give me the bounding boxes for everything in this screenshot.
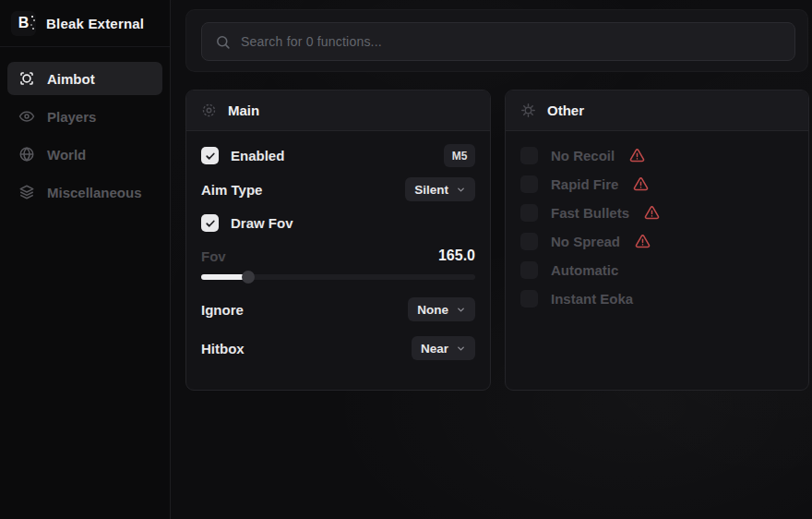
rapid-fire-checkbox[interactable] [520, 175, 538, 193]
sidebar-item-world[interactable]: World [7, 138, 162, 171]
fov-label: Fov [201, 248, 226, 264]
sidebar: B Bleak External Aimbot Players [0, 0, 171, 519]
main-panel-header: Main [186, 91, 490, 131]
warning-icon [635, 234, 651, 249]
layers-icon [18, 184, 35, 200]
other-row-no-spread: No Spread [520, 233, 794, 250]
warning-icon [633, 176, 649, 192]
draw-fov-row: Draw Fov [201, 211, 475, 235]
chevron-down-icon [456, 305, 466, 315]
other-row-no-recoil: No Recoil [520, 147, 794, 164]
main-panel-title: Main [228, 103, 259, 118]
chevron-down-icon [456, 185, 466, 195]
fov-slider-thumb[interactable] [242, 271, 255, 284]
fast-bullets-checkbox[interactable] [520, 204, 538, 222]
fov-row: Fov 165.0 [201, 247, 475, 264]
eye-icon [18, 108, 35, 125]
crosshair-icon [18, 70, 35, 87]
automatic-label: Automatic [551, 262, 618, 278]
search-placeholder: Search for 0 functions... [241, 34, 382, 49]
sidebar-item-aimbot[interactable]: Aimbot [7, 62, 162, 95]
draw-fov-label: Draw Fov [231, 215, 293, 231]
other-row-rapid-fire: Rapid Fire [520, 175, 794, 193]
sidebar-nav: Aimbot Players World [0, 47, 170, 209]
aim-type-value: Silent [414, 183, 448, 197]
sidebar-item-label: Aimbot [47, 71, 95, 87]
sidebar-item-players[interactable]: Players [7, 100, 162, 133]
ignore-dropdown[interactable]: None [408, 297, 475, 321]
enabled-checkbox[interactable] [201, 147, 219, 164]
ignore-row: Ignore None [201, 297, 475, 321]
keybind-badge[interactable]: M5 [444, 144, 475, 167]
check-icon [205, 218, 216, 229]
check-icon [205, 151, 216, 162]
ignore-label: Ignore [201, 302, 244, 318]
other-row-instant-eoka: Instant Eoka [520, 290, 794, 308]
main-panel: Main Enabled M5 Aim Type Silent [185, 90, 491, 391]
search-panel: Search for 0 functions... [185, 9, 808, 72]
warning-icon [644, 205, 660, 221]
other-row-fast-bullets: Fast Bullets [520, 204, 794, 222]
enabled-label: Enabled [231, 148, 284, 163]
no-recoil-label: No Recoil [551, 148, 615, 163]
aim-type-row: Aim Type Silent [201, 177, 475, 201]
hitbox-label: Hitbox [201, 341, 245, 356]
other-row-automatic: Automatic [520, 261, 794, 279]
sidebar-item-label: Players [47, 109, 96, 125]
other-panel-body: No Recoil Rapid Fire Fast Bullets No Spr… [506, 131, 808, 332]
sidebar-item-miscellaneous[interactable]: Miscellaneous [7, 175, 162, 209]
target-icon [201, 103, 217, 118]
no-recoil-checkbox[interactable] [520, 147, 538, 164]
aim-type-dropdown[interactable]: Silent [405, 177, 475, 201]
instant-eoka-checkbox[interactable] [520, 290, 538, 308]
hitbox-row: Hitbox Near [201, 336, 475, 360]
draw-fov-checkbox[interactable] [201, 214, 219, 232]
other-panel-title: Other [547, 103, 584, 118]
app-title: Bleak External [46, 16, 144, 31]
hitbox-dropdown[interactable]: Near [412, 336, 475, 360]
no-spread-checkbox[interactable] [520, 233, 538, 250]
chevron-down-icon [456, 344, 466, 354]
main-panel-body: Enabled M5 Aim Type Silent Draw Fov Fov [186, 131, 490, 373]
rapid-fire-label: Rapid Fire [551, 176, 618, 192]
fov-value: 165.0 [438, 247, 475, 264]
sidebar-item-label: Miscellaneous [47, 185, 142, 200]
sidebar-header: B Bleak External [0, 0, 170, 47]
fast-bullets-label: Fast Bullets [551, 205, 629, 221]
warning-icon [629, 148, 645, 163]
logo-letter: B [18, 15, 30, 31]
other-panel-header: Other [506, 91, 808, 131]
no-spread-label: No Spread [551, 234, 620, 249]
other-panel: Other No Recoil Rapid Fire Fast Bullets [505, 90, 809, 391]
fov-slider[interactable] [201, 271, 475, 284]
aim-type-label: Aim Type [201, 182, 262, 198]
automatic-checkbox[interactable] [520, 261, 538, 279]
sidebar-item-label: World [47, 147, 86, 163]
instant-eoka-label: Instant Eoka [551, 291, 633, 307]
search-icon [215, 34, 231, 50]
app-logo: B [11, 11, 36, 36]
ignore-value: None [417, 303, 448, 317]
search-input[interactable]: Search for 0 functions... [201, 22, 795, 61]
gear-icon [520, 103, 536, 118]
globe-icon [18, 146, 35, 163]
enabled-row: Enabled M5 [201, 144, 475, 167]
hitbox-value: Near [421, 342, 448, 356]
